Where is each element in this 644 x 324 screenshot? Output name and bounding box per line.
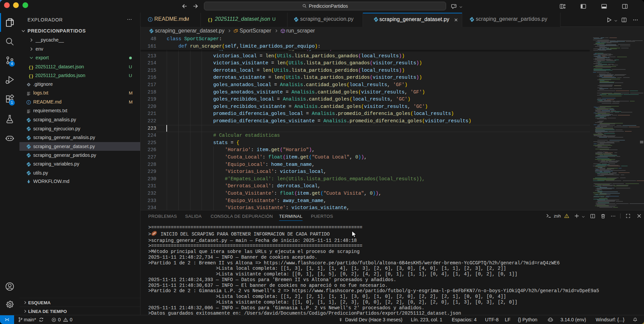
svg-text:{}: {}	[29, 74, 34, 78]
svg-text:{}: {}	[208, 18, 213, 22]
svg-text:{}: {}	[29, 65, 34, 70]
